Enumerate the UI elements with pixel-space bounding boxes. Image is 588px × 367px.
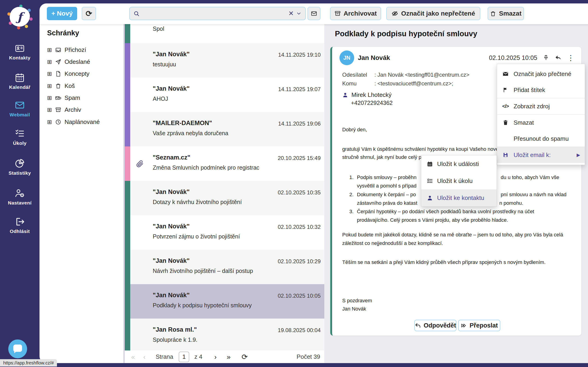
expand-icon[interactable]: ⊞ — [47, 59, 52, 65]
sidebar-item-calendar[interactable]: Kalendář — [0, 73, 40, 90]
reload-list-icon[interactable]: ⟳ — [242, 353, 248, 361]
folder-item-inbox[interactable]: ⊞ Přichozí — [47, 45, 120, 55]
email-sender: "Jan Novák" — [153, 223, 190, 230]
contact-chip[interactable]: Mirek Lhotecký — [342, 91, 392, 99]
spam-icon — [55, 95, 61, 101]
search-input[interactable] — [142, 10, 286, 17]
email-subject: testuujuu — [153, 61, 324, 68]
email-row[interactable]: "Jan Novák" Návrh životního pojištění – … — [125, 250, 324, 284]
contact-phone: +420722924362 — [351, 100, 392, 106]
expand-icon[interactable]: ⊞ — [47, 119, 52, 125]
email-subject: AHOJ — [153, 95, 324, 102]
menu-item-view-source[interactable]: </> Zobrazit zdroj — [497, 98, 585, 114]
envelope-icon — [311, 10, 317, 17]
reply-icon[interactable] — [555, 54, 562, 61]
email-row-partial[interactable]: Spol — [125, 24, 324, 43]
email-subject: Spolupráce k 1.9. — [153, 336, 324, 343]
prev-page-icon[interactable]: ‹ — [143, 353, 146, 360]
folder-label: Koncepty — [65, 70, 89, 77]
folder-item-drafts[interactable]: ⊞ Koncepty — [47, 69, 120, 79]
status-url: https://app.freshflow.cz/# — [3, 360, 54, 366]
search-bar[interactable]: ✕ — [129, 7, 306, 20]
refresh-button[interactable]: ⟳ — [82, 7, 96, 20]
next-page-icon[interactable]: › — [214, 353, 217, 360]
menu-item-mark-read[interactable]: Označit jako přečtené — [497, 66, 585, 82]
mark-unread-button[interactable]: Označit jako nepřečtené — [386, 7, 480, 20]
expand-icon[interactable]: ⊞ — [47, 95, 52, 101]
email-row[interactable]: "Jan Novák" Potvrzení zájmu o životní po… — [125, 215, 324, 250]
submenu-item-save-to-task[interactable]: Uložit k úkolu — [421, 172, 497, 189]
detail-date: 02.10.2025 10:05 — [489, 54, 537, 61]
email-context-menu: Označit jako přečtené Přidat štítek </> … — [497, 64, 585, 165]
sidebar-item-settings[interactable]: Nastavení — [0, 188, 40, 206]
logout-icon — [0, 217, 40, 227]
menu-item-add-label[interactable]: Přidat štítek — [497, 82, 585, 98]
category-stripe — [125, 215, 130, 250]
expand-icon[interactable]: ⊞ — [47, 47, 52, 53]
archive-button[interactable]: Archivovat — [330, 7, 381, 20]
app-logo[interactable]: ƒ — [8, 5, 31, 28]
reply-button[interactable]: Odpovědět — [414, 320, 456, 331]
search-icon — [133, 10, 140, 17]
category-stripe — [125, 24, 130, 43]
email-row[interactable]: "MAILER-DAEMON" Vaše zpráva nebyla doruč… — [125, 112, 324, 146]
page-number-input[interactable]: 1 — [179, 352, 189, 362]
trash-icon — [55, 83, 61, 89]
sidebar-item-tasks[interactable]: Úkoly — [0, 129, 40, 146]
folder-item-sent[interactable]: ⊞ Odeslané — [47, 57, 120, 67]
logo-dot — [17, 26, 20, 29]
category-stripe — [125, 181, 130, 215]
last-page-icon[interactable]: » — [227, 353, 230, 360]
email-row[interactable]: "Seznam.cz" Změna Smluvních podmínek pro… — [125, 146, 324, 181]
folder-item-trash[interactable]: ⊞ Koš — [47, 81, 120, 91]
delete-button[interactable]: Smazat — [488, 7, 524, 20]
search-in-mail-button[interactable] — [307, 7, 320, 20]
new-message-button[interactable]: + Nový — [47, 7, 77, 20]
menu-item-save-email-to[interactable]: Uložit email k: ▶ — [497, 147, 585, 163]
pin-icon[interactable] — [543, 55, 549, 61]
email-sender: "Jan Novák" — [153, 257, 190, 264]
email-subject: Podklady k podpisu hypoteční smlouvy — [153, 302, 324, 309]
folder-item-scheduled[interactable]: ⊞ Naplánované — [47, 117, 120, 127]
expand-icon[interactable]: ⊞ — [47, 71, 52, 77]
more-options-icon[interactable]: ⋮ — [567, 54, 574, 61]
envelope-filled-icon — [502, 71, 510, 77]
menu-item-move-to-spam[interactable]: Přesunout do spamu — [497, 131, 585, 147]
sidebar-item-contacts[interactable]: Kontakty — [0, 44, 40, 61]
email-sender: "Jan Novák" — [153, 292, 190, 299]
save-email-submenu: Uložit k události Uložit k úkolu Uložit … — [421, 155, 497, 207]
search-clear-icon[interactable]: ✕ — [289, 10, 294, 17]
pie-chart-icon — [0, 158, 40, 168]
email-row[interactable]: "Jan Novák" Dotazy k návrhu životního po… — [125, 181, 324, 215]
menu-item-delete[interactable]: Smazat — [497, 115, 585, 131]
first-page-icon[interactable]: « — [131, 353, 135, 360]
submenu-item-save-to-event[interactable]: Uložit k události — [421, 155, 497, 172]
body-line: vysvětlil a pomohl s případ — [357, 183, 417, 189]
email-row[interactable]: "Jan Novák" testuujuu 14.11.2025 19:10 — [125, 43, 324, 78]
person-icon — [342, 92, 348, 98]
forward-button[interactable]: Přeposlat — [458, 320, 500, 331]
folder-label: Spam — [65, 94, 80, 101]
email-row-selected[interactable]: "Jan Novák" Podklady k podpisu hypoteční… — [125, 284, 324, 318]
submenu-item-save-to-contact[interactable]: Uložit ke kontaktu — [421, 189, 497, 206]
sidebar-item-webmail[interactable]: Webmail — [0, 100, 40, 117]
email-row[interactable]: "Jan Novák" AHOJ 14.11.2025 19:07 — [125, 78, 324, 112]
sidebar-item-label: Kalendář — [0, 84, 40, 90]
inbox-icon — [55, 47, 61, 53]
sidebar-item-logout[interactable]: Odhlásit — [0, 217, 40, 234]
folder-item-archive[interactable]: ⊞ Archiv — [47, 105, 120, 115]
folder-label: Odeslané — [65, 58, 90, 65]
chat-widget-button[interactable] — [8, 340, 27, 358]
expand-icon[interactable]: ⊞ — [47, 107, 52, 113]
menu-item-label: Přesunout do spamu — [514, 135, 569, 142]
email-row[interactable]: "Jan Rosa ml." Spolupráce k 1.9. 19.08.2… — [125, 318, 324, 351]
logo-dot — [25, 25, 28, 28]
folder-item-spam[interactable]: ⊞ Spam — [47, 93, 120, 103]
folder-label: Archiv — [65, 106, 81, 113]
search-options-chevron-icon[interactable] — [296, 11, 302, 16]
code-icon: </> — [502, 103, 510, 109]
email-sender: "Jan Novák" — [153, 85, 190, 92]
sidebar-item-statistics[interactable]: Statistiky — [0, 158, 40, 176]
reply-arrow-icon — [415, 323, 421, 329]
expand-icon[interactable]: ⊞ — [47, 83, 52, 89]
